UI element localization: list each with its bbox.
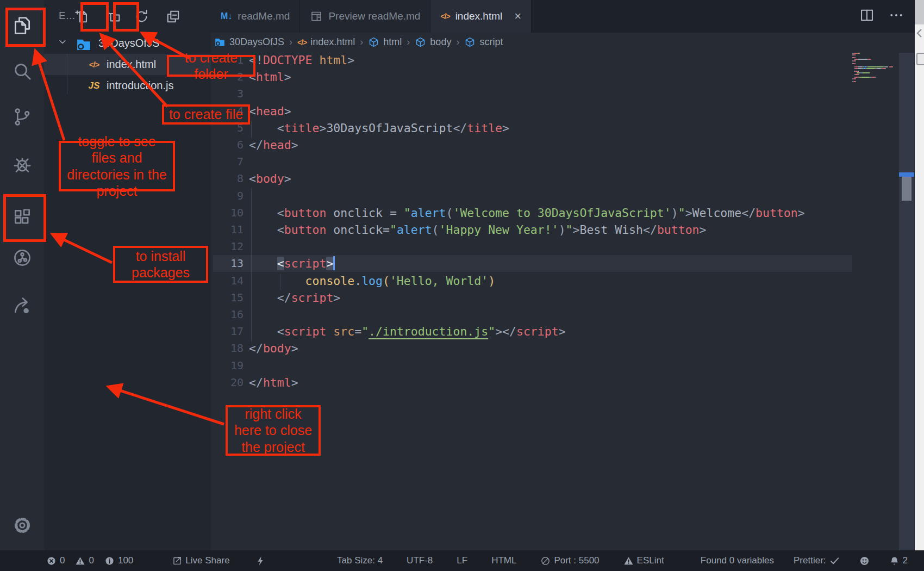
code-line-14[interactable]: 14 console.log('Hello, World') xyxy=(211,272,915,290)
code-tag-icon: </> xyxy=(440,12,449,21)
minimap-line xyxy=(870,72,870,73)
split-editor-button[interactable] xyxy=(859,8,875,25)
status-prettier[interactable]: Prettier: xyxy=(794,555,840,566)
activity-bar-item-remote-fork[interactable] xyxy=(10,245,35,270)
status-eol[interactable]: LF xyxy=(457,555,467,566)
status-lightning[interactable] xyxy=(255,556,266,566)
activity-bar-item-extensions[interactable] xyxy=(10,205,35,230)
js-file-icon: JS xyxy=(85,80,103,91)
close-icon[interactable]: × xyxy=(514,10,521,22)
refresh-icon xyxy=(134,9,149,24)
status-feedback-smiley[interactable] xyxy=(859,556,870,566)
status-tab-size[interactable]: Tab Size: 4 xyxy=(337,555,383,566)
code-line-6[interactable]: 6</head> xyxy=(211,136,915,154)
minimap-line xyxy=(875,77,876,78)
status-language-mode[interactable]: HTML xyxy=(491,555,516,566)
breadcrumb-label: index.html xyxy=(310,36,355,48)
code-line-5[interactable]: 5 <title>30DaysOfJavaScript</title> xyxy=(211,120,915,137)
status-label: 0 xyxy=(89,555,93,566)
breadcrumb[interactable]: 30DaysOfJS›</>index.html›html›body›scrip… xyxy=(211,33,915,52)
status-label: 100 xyxy=(118,555,133,566)
status-live-share[interactable]: Live Share xyxy=(172,555,229,566)
status-encoding[interactable]: UTF-8 xyxy=(407,555,433,566)
markdown-icon: M↓ xyxy=(221,11,232,21)
status-warnings[interactable]: 0 xyxy=(75,555,93,566)
minimap-line xyxy=(858,71,858,72)
smiley-icon xyxy=(859,556,870,566)
code-editor[interactable]: 1<!DOCTYPE html>2<html>34<head>5 <title>… xyxy=(211,52,915,432)
code-line-13[interactable]: 13 <script> xyxy=(211,255,915,272)
tab-label: readMe.md xyxy=(238,10,290,22)
status-bar: 00100Live Share Tab Size: 4UTF-8LFHTMLPo… xyxy=(0,550,924,571)
circle-fork-icon xyxy=(12,247,33,268)
breadcrumb-item-30DaysOfJS[interactable]: 30DaysOfJS xyxy=(214,36,284,48)
tree-root-folder[interactable]: 30DaysOfJS xyxy=(44,33,211,54)
breadcrumb-item-body[interactable]: body xyxy=(415,36,451,48)
status-eslint[interactable]: ESLint xyxy=(623,555,664,566)
code-line-9[interactable]: 9 xyxy=(211,188,915,205)
code-line-12[interactable]: 12 xyxy=(211,238,915,256)
more-actions-button[interactable] xyxy=(889,8,904,25)
code-line-4[interactable]: 4<head> xyxy=(211,103,915,120)
new-file-button[interactable] xyxy=(71,4,92,28)
tree-file-index.html[interactable]: </>index.html xyxy=(44,54,211,75)
minimap[interactable] xyxy=(852,53,898,96)
code-line-16[interactable]: 16 xyxy=(211,306,915,324)
scrollbar-thumb[interactable] xyxy=(902,177,911,201)
tree-file-introduction.js[interactable]: JSintroduction.js xyxy=(44,75,211,96)
breadcrumb-item-index.html[interactable]: </>index.html xyxy=(297,36,355,48)
breadcrumb-separator: › xyxy=(456,36,459,48)
tab-readMe.md[interactable]: M↓readMe.md xyxy=(211,0,300,33)
code-line-19[interactable]: 19 xyxy=(211,357,915,375)
share-arrow-icon xyxy=(12,295,33,316)
minimap-line xyxy=(882,68,885,69)
code-line-7[interactable]: 7 xyxy=(211,153,915,171)
code-text: <button onclick = "alert('Welcome to 30D… xyxy=(249,205,805,221)
status-label: UTF-8 xyxy=(407,555,433,566)
activity-bar-item-search[interactable] xyxy=(10,59,35,84)
tab-Preview readMe.md[interactable]: Preview readMe.md xyxy=(300,0,430,33)
status-found-variables[interactable]: Found 0 variables xyxy=(701,555,774,566)
code-line-1[interactable]: 1<!DOCTYPE html> xyxy=(211,52,915,69)
minimap-line xyxy=(859,53,860,54)
breadcrumb-item-html[interactable]: html xyxy=(368,36,402,48)
activity-bar-item-source-control[interactable] xyxy=(10,104,35,129)
code-line-11[interactable]: 11 <button onclick="alert('Happy New Yea… xyxy=(211,221,915,239)
code-line-18[interactable]: 18</body> xyxy=(211,340,915,357)
breadcrumb-separator: › xyxy=(360,36,363,48)
tab-index.html[interactable]: </>index.html× xyxy=(430,0,532,33)
files-icon xyxy=(12,15,33,36)
vscode-window: M↓readMe.mdPreview readMe.md</>index.htm… xyxy=(0,0,924,571)
code-line-10[interactable]: 10 <button onclick = "alert('Welcome to … xyxy=(211,204,915,222)
editor-scrollbar[interactable] xyxy=(899,53,914,550)
code-line-17[interactable]: 17 <script src="./introduction.js"></scr… xyxy=(211,323,915,340)
activity-bar-item-share[interactable] xyxy=(10,293,35,318)
code-line-2[interactable]: 2<html> xyxy=(211,69,915,86)
minimap-line xyxy=(885,68,886,69)
folder-icon xyxy=(214,36,226,48)
code-line-3[interactable]: 3 xyxy=(211,85,915,103)
status-label: Tab Size: 4 xyxy=(337,555,383,566)
code-line-20[interactable]: 20</html> xyxy=(211,374,915,392)
activity-bar-item-settings[interactable] xyxy=(10,513,35,538)
line-number: 15 xyxy=(213,291,244,304)
minimap-line xyxy=(855,63,856,64)
status-live-server-port[interactable]: Port : 5500 xyxy=(540,555,599,566)
line-number: 10 xyxy=(213,206,244,219)
tab-bar: M↓readMe.mdPreview readMe.md</>index.htm… xyxy=(211,0,915,33)
tab-bar-actions xyxy=(859,0,904,33)
status-notifications[interactable]: 2 xyxy=(889,555,908,566)
new-folder-button[interactable] xyxy=(102,4,124,28)
code-line-15[interactable]: 15 </script> xyxy=(211,289,915,307)
collapse-all-button[interactable] xyxy=(162,4,184,28)
collapse-all-icon xyxy=(165,9,181,24)
activity-bar-item-run-debug[interactable] xyxy=(10,152,35,177)
code-line-8[interactable]: 8<body> xyxy=(211,170,915,188)
refresh-button[interactable] xyxy=(130,4,152,28)
minimap-line xyxy=(864,66,867,67)
status-infos[interactable]: 100 xyxy=(104,555,133,566)
breadcrumb-item-script[interactable]: script xyxy=(464,36,503,48)
check-icon xyxy=(829,556,840,566)
status-errors[interactable]: 0 xyxy=(46,555,65,566)
activity-bar-item-explorer[interactable] xyxy=(10,13,35,38)
